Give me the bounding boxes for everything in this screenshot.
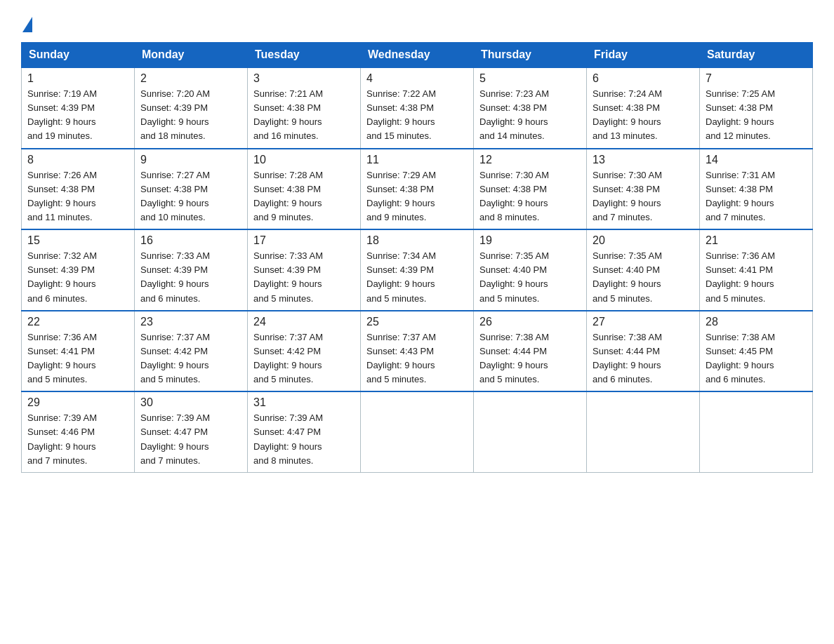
day-info: Sunrise: 7:38 AMSunset: 4:44 PMDaylight:… bbox=[593, 330, 694, 387]
day-cell: 26Sunrise: 7:38 AMSunset: 4:44 PMDayligh… bbox=[474, 311, 587, 392]
day-info: Sunrise: 7:38 AMSunset: 4:44 PMDaylight:… bbox=[479, 330, 581, 387]
day-number: 5 bbox=[479, 72, 581, 85]
day-number: 19 bbox=[479, 234, 581, 247]
day-number: 28 bbox=[706, 316, 807, 328]
day-cell: 23Sunrise: 7:37 AMSunset: 4:42 PMDayligh… bbox=[135, 311, 248, 392]
day-number: 10 bbox=[253, 154, 355, 166]
day-info: Sunrise: 7:33 AMSunset: 4:39 PMDaylight:… bbox=[253, 249, 355, 306]
day-cell: 11Sunrise: 7:29 AMSunset: 4:38 PMDayligh… bbox=[361, 149, 474, 230]
day-cell: 19Sunrise: 7:35 AMSunset: 4:40 PMDayligh… bbox=[474, 229, 587, 311]
day-info: Sunrise: 7:20 AMSunset: 4:39 PMDaylight:… bbox=[140, 87, 241, 144]
header-sunday: Sunday bbox=[22, 43, 135, 68]
day-number: 26 bbox=[479, 316, 581, 328]
day-number: 23 bbox=[140, 316, 241, 328]
day-info: Sunrise: 7:31 AMSunset: 4:38 PMDaylight:… bbox=[706, 168, 807, 225]
day-info: Sunrise: 7:37 AMSunset: 4:43 PMDaylight:… bbox=[366, 330, 468, 387]
day-info: Sunrise: 7:19 AMSunset: 4:39 PMDaylight:… bbox=[27, 87, 128, 144]
day-number: 24 bbox=[253, 316, 355, 328]
day-cell: 2Sunrise: 7:20 AMSunset: 4:39 PMDaylight… bbox=[135, 67, 248, 149]
day-info: Sunrise: 7:28 AMSunset: 4:38 PMDaylight:… bbox=[253, 168, 355, 225]
day-cell: 21Sunrise: 7:36 AMSunset: 4:41 PMDayligh… bbox=[700, 229, 813, 311]
day-cell: 25Sunrise: 7:37 AMSunset: 4:43 PMDayligh… bbox=[361, 311, 474, 392]
day-cell bbox=[700, 391, 813, 472]
day-info: Sunrise: 7:33 AMSunset: 4:39 PMDaylight:… bbox=[140, 249, 241, 306]
day-cell: 4Sunrise: 7:22 AMSunset: 4:38 PMDaylight… bbox=[361, 67, 474, 149]
day-cell bbox=[474, 391, 587, 472]
day-number: 12 bbox=[479, 154, 581, 166]
day-info: Sunrise: 7:37 AMSunset: 4:42 PMDaylight:… bbox=[253, 330, 355, 387]
day-cell: 22Sunrise: 7:36 AMSunset: 4:41 PMDayligh… bbox=[22, 311, 135, 392]
day-number: 17 bbox=[253, 234, 355, 247]
week-row-3: 15Sunrise: 7:32 AMSunset: 4:39 PMDayligh… bbox=[22, 229, 813, 311]
day-cell: 13Sunrise: 7:30 AMSunset: 4:38 PMDayligh… bbox=[587, 149, 700, 230]
day-info: Sunrise: 7:32 AMSunset: 4:39 PMDaylight:… bbox=[27, 249, 128, 306]
logo-triangle-icon bbox=[22, 17, 32, 32]
header-saturday: Saturday bbox=[700, 43, 813, 68]
day-info: Sunrise: 7:38 AMSunset: 4:45 PMDaylight:… bbox=[706, 330, 807, 387]
day-cell: 1Sunrise: 7:19 AMSunset: 4:39 PMDaylight… bbox=[22, 67, 135, 149]
day-info: Sunrise: 7:30 AMSunset: 4:38 PMDaylight:… bbox=[479, 168, 581, 225]
day-info: Sunrise: 7:39 AMSunset: 4:46 PMDaylight:… bbox=[27, 411, 128, 468]
day-info: Sunrise: 7:36 AMSunset: 4:41 PMDaylight:… bbox=[27, 330, 128, 387]
day-cell: 14Sunrise: 7:31 AMSunset: 4:38 PMDayligh… bbox=[700, 149, 813, 230]
day-number: 29 bbox=[27, 396, 128, 409]
day-number: 2 bbox=[140, 72, 241, 85]
header-tuesday: Tuesday bbox=[248, 43, 361, 68]
day-cell bbox=[361, 391, 474, 472]
day-number: 8 bbox=[27, 154, 128, 166]
day-info: Sunrise: 7:23 AMSunset: 4:38 PMDaylight:… bbox=[479, 87, 581, 144]
day-number: 20 bbox=[593, 234, 694, 247]
day-cell: 12Sunrise: 7:30 AMSunset: 4:38 PMDayligh… bbox=[474, 149, 587, 230]
day-number: 15 bbox=[27, 234, 128, 247]
day-info: Sunrise: 7:27 AMSunset: 4:38 PMDaylight:… bbox=[140, 168, 241, 225]
day-cell: 6Sunrise: 7:24 AMSunset: 4:38 PMDaylight… bbox=[587, 67, 700, 149]
week-row-5: 29Sunrise: 7:39 AMSunset: 4:46 PMDayligh… bbox=[22, 391, 813, 472]
day-info: Sunrise: 7:34 AMSunset: 4:39 PMDaylight:… bbox=[366, 249, 468, 306]
day-cell: 29Sunrise: 7:39 AMSunset: 4:46 PMDayligh… bbox=[22, 391, 135, 472]
day-number: 18 bbox=[366, 234, 468, 247]
day-number: 21 bbox=[706, 234, 807, 247]
day-cell: 15Sunrise: 7:32 AMSunset: 4:39 PMDayligh… bbox=[22, 229, 135, 311]
week-row-1: 1Sunrise: 7:19 AMSunset: 4:39 PMDaylight… bbox=[22, 67, 813, 149]
header-monday: Monday bbox=[135, 43, 248, 68]
day-cell: 30Sunrise: 7:39 AMSunset: 4:47 PMDayligh… bbox=[135, 391, 248, 472]
day-number: 3 bbox=[253, 72, 355, 85]
day-cell: 9Sunrise: 7:27 AMSunset: 4:38 PMDaylight… bbox=[135, 149, 248, 230]
day-info: Sunrise: 7:22 AMSunset: 4:38 PMDaylight:… bbox=[366, 87, 468, 144]
day-cell: 5Sunrise: 7:23 AMSunset: 4:38 PMDaylight… bbox=[474, 67, 587, 149]
day-info: Sunrise: 7:39 AMSunset: 4:47 PMDaylight:… bbox=[253, 411, 355, 468]
header-friday: Friday bbox=[587, 43, 700, 68]
day-info: Sunrise: 7:21 AMSunset: 4:38 PMDaylight:… bbox=[253, 87, 355, 144]
day-info: Sunrise: 7:35 AMSunset: 4:40 PMDaylight:… bbox=[593, 249, 694, 306]
day-number: 22 bbox=[27, 316, 128, 328]
page-header bbox=[21, 14, 813, 29]
header-thursday: Thursday bbox=[474, 43, 587, 68]
day-number: 30 bbox=[140, 396, 241, 409]
day-cell: 8Sunrise: 7:26 AMSunset: 4:38 PMDaylight… bbox=[22, 149, 135, 230]
day-number: 7 bbox=[706, 72, 807, 85]
day-info: Sunrise: 7:36 AMSunset: 4:41 PMDaylight:… bbox=[706, 249, 807, 306]
day-number: 27 bbox=[593, 316, 694, 328]
day-info: Sunrise: 7:24 AMSunset: 4:38 PMDaylight:… bbox=[593, 87, 694, 144]
day-number: 4 bbox=[366, 72, 468, 85]
day-number: 9 bbox=[140, 154, 241, 166]
day-info: Sunrise: 7:30 AMSunset: 4:38 PMDaylight:… bbox=[593, 168, 694, 225]
day-cell: 7Sunrise: 7:25 AMSunset: 4:38 PMDaylight… bbox=[700, 67, 813, 149]
day-info: Sunrise: 7:26 AMSunset: 4:38 PMDaylight:… bbox=[27, 168, 128, 225]
day-number: 11 bbox=[366, 154, 468, 166]
day-cell: 3Sunrise: 7:21 AMSunset: 4:38 PMDaylight… bbox=[248, 67, 361, 149]
header-row: SundayMondayTuesdayWednesdayThursdayFrid… bbox=[22, 43, 813, 68]
day-cell bbox=[587, 391, 700, 472]
logo bbox=[21, 14, 32, 29]
day-number: 16 bbox=[140, 234, 241, 247]
day-number: 1 bbox=[27, 72, 128, 85]
day-cell: 20Sunrise: 7:35 AMSunset: 4:40 PMDayligh… bbox=[587, 229, 700, 311]
day-cell: 10Sunrise: 7:28 AMSunset: 4:38 PMDayligh… bbox=[248, 149, 361, 230]
week-row-4: 22Sunrise: 7:36 AMSunset: 4:41 PMDayligh… bbox=[22, 311, 813, 392]
day-cell: 27Sunrise: 7:38 AMSunset: 4:44 PMDayligh… bbox=[587, 311, 700, 392]
calendar-table: SundayMondayTuesdayWednesdayThursdayFrid… bbox=[21, 42, 813, 473]
day-number: 25 bbox=[366, 316, 468, 328]
day-cell: 28Sunrise: 7:38 AMSunset: 4:45 PMDayligh… bbox=[700, 311, 813, 392]
week-row-2: 8Sunrise: 7:26 AMSunset: 4:38 PMDaylight… bbox=[22, 149, 813, 230]
day-info: Sunrise: 7:29 AMSunset: 4:38 PMDaylight:… bbox=[366, 168, 468, 225]
